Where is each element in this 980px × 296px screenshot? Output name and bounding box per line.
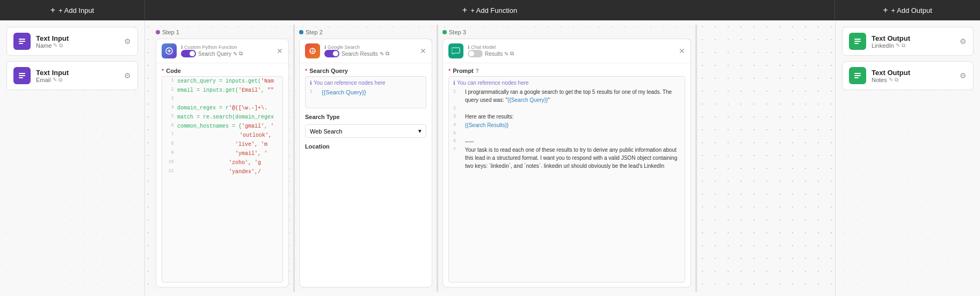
- svg-rect-3: [19, 73, 25, 74]
- search-type-dropdown[interactable]: Web Search ▾: [305, 124, 426, 138]
- edit-icon-output-notes[interactable]: ✎: [889, 77, 893, 83]
- chat-type-text: Chat Model: [471, 45, 496, 50]
- code-label-text: Code: [166, 68, 181, 74]
- svg-rect-10: [854, 43, 859, 44]
- location-label: Location: [305, 143, 426, 150]
- svg-rect-9: [854, 41, 861, 42]
- svg-rect-0: [19, 39, 25, 40]
- required-star-code: *: [162, 68, 164, 74]
- input-subtitle-name: Name ✎ ⧉: [36, 42, 69, 49]
- prompt-line-4: 4 {{Search Results}}: [453, 121, 680, 129]
- google-title-area: ℹ Google Search Search Results ✎ ⧉: [324, 45, 389, 57]
- code-line-9: 9 'ymail', ': [162, 149, 282, 158]
- add-output-label: + Add Output: [891, 6, 932, 14]
- python-type-text: Custom Python Function: [184, 45, 237, 50]
- add-function-button[interactable]: + + Add Function: [145, 0, 835, 20]
- prompt-label-text: Prompt: [453, 68, 474, 74]
- copy-icon-google[interactable]: ⧉: [386, 50, 389, 57]
- python-title-area: ℹ Custom Python Function Search Query ✎ …: [181, 45, 243, 57]
- text-output-icon-notes: [849, 67, 866, 84]
- divider-3: [696, 25, 697, 292]
- gear-icon-output-linkedin[interactable]: ⚙: [960, 37, 967, 46]
- search-type-label-text: Search Type: [305, 114, 340, 120]
- edit-icon-chat[interactable]: ✎: [504, 51, 509, 57]
- code-line-2: 2email = inputs.get('Email', "": [162, 86, 282, 95]
- google-body: * Search Query ℹ You can reference nodes…: [300, 63, 432, 287]
- search-query-label-text: Search Query: [309, 68, 348, 74]
- svg-rect-13: [854, 77, 859, 78]
- text-input-icon: [13, 33, 31, 50]
- code-editor[interactable]: 1search_query = inputs.get('Nam 2email =…: [162, 76, 283, 283]
- code-line-4: 4domain_regex = r'@([\w.-]+\.: [162, 103, 282, 113]
- required-star-prompt: *: [448, 68, 451, 74]
- gear-icon-output-notes[interactable]: ⚙: [960, 71, 967, 80]
- edit-icon-python[interactable]: ✎: [233, 51, 237, 57]
- chat-toggle[interactable]: [468, 50, 483, 57]
- google-io-text: Search Results: [342, 51, 378, 57]
- edit-icon-output-linkedin[interactable]: ✎: [896, 42, 900, 48]
- main-content: Text Input Name ✎ ⧉ ⚙: [0, 20, 980, 296]
- prompt-line-6: 6 -----: [453, 137, 680, 145]
- copy-icon-output-notes[interactable]: ⧉: [895, 77, 898, 83]
- text-output-card-linkedin: Text Output LinkedIn ✎ ⧉ ⚙: [842, 27, 974, 56]
- step-1-dot: [156, 30, 160, 34]
- svg-rect-8: [854, 39, 861, 40]
- svg-rect-2: [19, 43, 23, 44]
- code-line-10: 10 'zoho', 'g: [162, 158, 282, 167]
- python-icon: [162, 43, 177, 58]
- add-output-button[interactable]: + + Add Output: [835, 0, 980, 20]
- step-3-dot: [442, 30, 447, 34]
- copy-icon-chat[interactable]: ⧉: [510, 50, 514, 57]
- add-input-button[interactable]: + + Add Input: [0, 0, 145, 20]
- search-value-line: 1 {{Search Query}}: [310, 88, 422, 97]
- copy-icon-python[interactable]: ⧉: [239, 50, 243, 57]
- google-toggle[interactable]: [324, 50, 339, 57]
- copy-icon-email[interactable]: ⧉: [59, 77, 62, 83]
- required-star-search: *: [305, 68, 307, 74]
- close-python[interactable]: ✕: [277, 47, 283, 55]
- chat-body: * Prompt ? ℹ You can reference nodes her…: [443, 63, 691, 287]
- gear-icon-name[interactable]: ⚙: [124, 37, 131, 46]
- text-output-card-notes: Text Output Notes ✎ ⧉ ⚙: [842, 61, 974, 90]
- prompt-area[interactable]: ℹ You can reference nodes here 1 I progr…: [448, 76, 685, 283]
- python-io-text: Search Query: [198, 51, 231, 57]
- search-type-label: Search Type: [305, 114, 426, 120]
- chat-type: ℹ Chat Model: [468, 45, 514, 50]
- input-card-left-email: Text Input Email ✎ ⧉: [13, 67, 69, 84]
- function-panels: Step 1 ℹ Custom: [145, 20, 835, 296]
- search-line-num: 1: [310, 88, 318, 97]
- code-line-6: 6common_hostnames = {'gmail', ': [162, 122, 282, 131]
- search-query-area[interactable]: ℹ You can reference nodes here 1 {{Searc…: [305, 76, 426, 108]
- search-hint: ℹ You can reference nodes here: [310, 80, 422, 86]
- add-input-label: + Add Input: [59, 6, 94, 14]
- close-google[interactable]: ✕: [420, 47, 426, 55]
- plus-icon-function: +: [462, 5, 467, 15]
- step-3-text: Step 3: [449, 29, 466, 35]
- location-label-text: Location: [305, 143, 330, 150]
- python-toggle[interactable]: [181, 50, 196, 57]
- google-icon: [305, 43, 320, 58]
- edit-icon-google[interactable]: ✎: [380, 51, 384, 57]
- code-line-8: 8 'live', 'm: [162, 140, 282, 149]
- input-title-email: Text Input: [36, 69, 69, 77]
- copy-icon-output-linkedin[interactable]: ⧉: [902, 42, 905, 49]
- input-title-name: Text Input: [36, 34, 69, 42]
- svg-rect-1: [19, 41, 25, 42]
- python-type: ℹ Custom Python Function: [181, 45, 243, 50]
- search-type-value: Web Search: [310, 128, 342, 135]
- edit-icon-name[interactable]: ✎: [53, 42, 57, 48]
- step-3-header: ℹ Chat Model Results ✎ ⧉: [443, 39, 691, 63]
- python-io-label: Search Query ✎ ⧉: [198, 50, 243, 57]
- edit-icon-email[interactable]: ✎: [53, 77, 57, 83]
- input-card-info: Text Input Name ✎ ⧉: [36, 34, 69, 49]
- step-2-header: ℹ Google Search Search Results ✎ ⧉: [300, 39, 432, 63]
- input-card-info-email: Text Input Email ✎ ⧉: [36, 69, 69, 83]
- text-input-card-name: Text Input Name ✎ ⧉ ⚙: [6, 27, 138, 56]
- output-subtitle-text-linkedin: LinkedIn: [872, 42, 894, 49]
- info-icon-search: ℹ: [310, 80, 312, 86]
- add-function-label: + Add Function: [470, 6, 517, 14]
- gear-icon-email[interactable]: ⚙: [124, 71, 131, 80]
- close-chat[interactable]: ✕: [679, 47, 685, 55]
- google-type: ℹ Google Search: [324, 45, 389, 50]
- copy-icon-name[interactable]: ⧉: [59, 42, 63, 49]
